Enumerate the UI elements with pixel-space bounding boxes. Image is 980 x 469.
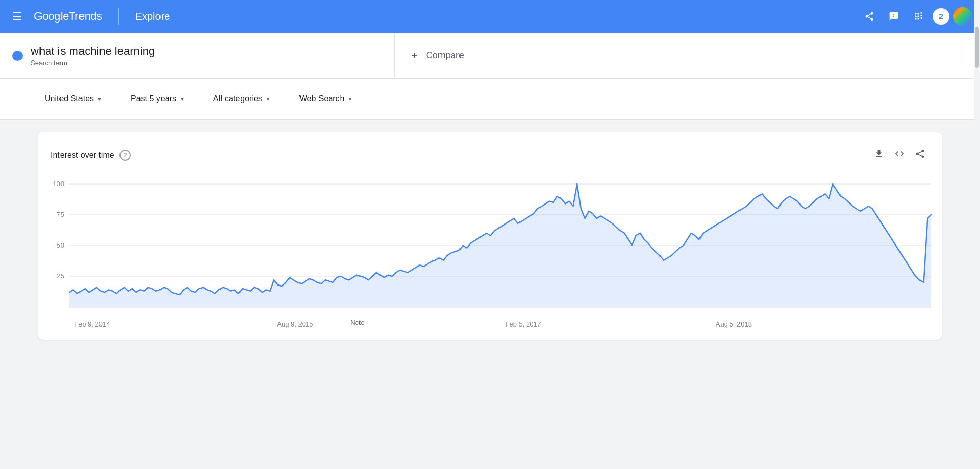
- chart-title: Interest over time: [51, 151, 114, 160]
- scrollbar-thumb[interactable]: [975, 27, 979, 68]
- search-term-info: what is machine learning Search term: [31, 45, 155, 67]
- chart-title-area: Interest over time ?: [51, 150, 131, 161]
- chart-container: 100 75 50 25 Feb 9, 2014 Aug 9, 2015 Feb…: [38, 174, 942, 340]
- interest-over-time-card: Interest over time ?: [38, 132, 942, 340]
- explore-label: Explore: [135, 11, 170, 23]
- menu-icon[interactable]: ☰: [8, 6, 26, 27]
- time-range-filter[interactable]: Past 5 years ▼: [125, 90, 191, 108]
- categories-filter[interactable]: All categories ▼: [207, 90, 277, 108]
- feedback-button[interactable]: [884, 6, 904, 27]
- location-filter[interactable]: United States ▼: [38, 90, 108, 108]
- svg-text:Feb 5, 2017: Feb 5, 2017: [506, 320, 541, 328]
- app-logo: Google Trends: [34, 10, 102, 23]
- search-type-filter[interactable]: Web Search ▼: [293, 90, 359, 108]
- app-header: ☰ Google Trends Explore 2: [0, 0, 980, 33]
- trend-chart: 100 75 50 25 Feb 9, 2014 Aug 9, 2015 Feb…: [38, 174, 942, 338]
- compare-label: Compare: [426, 50, 464, 61]
- chart-actions: [870, 145, 929, 166]
- header-left: ☰ Google Trends Explore: [8, 6, 170, 27]
- search-area: what is machine learning Search term + C…: [0, 33, 980, 79]
- svg-text:Note: Note: [350, 319, 364, 327]
- header-divider: [118, 8, 119, 25]
- main-content: Interest over time ?: [0, 120, 980, 352]
- term-color-indicator: [12, 51, 23, 61]
- download-button[interactable]: [870, 145, 888, 166]
- svg-text:25: 25: [57, 272, 64, 280]
- share-button[interactable]: [859, 6, 879, 27]
- google-text: Google: [34, 10, 69, 23]
- search-term-label: Search term: [31, 59, 155, 67]
- search-type-chevron-icon: ▼: [348, 96, 353, 102]
- svg-text:Feb 9, 2014: Feb 9, 2014: [74, 320, 110, 328]
- trends-text: Trends: [69, 10, 102, 23]
- categories-chevron-icon: ▼: [266, 96, 271, 102]
- filters-bar: United States ▼ Past 5 years ▼ All categ…: [0, 79, 980, 120]
- svg-text:100: 100: [53, 180, 64, 188]
- location-chevron-icon: ▼: [97, 96, 102, 102]
- search-term-section[interactable]: what is machine learning Search term: [0, 33, 395, 78]
- compare-section[interactable]: + Compare: [395, 33, 980, 78]
- categories-label: All categories: [213, 94, 263, 104]
- header-right: 2: [859, 6, 972, 27]
- time-range-label: Past 5 years: [131, 94, 176, 104]
- svg-text:Aug 5, 2018: Aug 5, 2018: [716, 320, 752, 328]
- time-range-chevron-icon: ▼: [179, 96, 185, 102]
- apps-button[interactable]: [908, 6, 929, 27]
- chart-header: Interest over time ?: [38, 145, 942, 174]
- scrollbar[interactable]: [974, 0, 980, 469]
- location-label: United States: [45, 94, 94, 104]
- help-icon[interactable]: ?: [119, 150, 131, 161]
- plus-icon: +: [411, 49, 418, 63]
- svg-text:75: 75: [57, 211, 64, 218]
- user-avatar[interactable]: [953, 7, 972, 26]
- search-type-label: Web Search: [299, 94, 345, 104]
- search-term-value: what is machine learning: [31, 45, 155, 58]
- embed-button[interactable]: [890, 145, 909, 166]
- svg-text:50: 50: [57, 241, 64, 249]
- notification-badge[interactable]: 2: [933, 8, 949, 25]
- share-chart-button[interactable]: [911, 145, 929, 166]
- svg-text:Aug 9, 2015: Aug 9, 2015: [277, 320, 313, 328]
